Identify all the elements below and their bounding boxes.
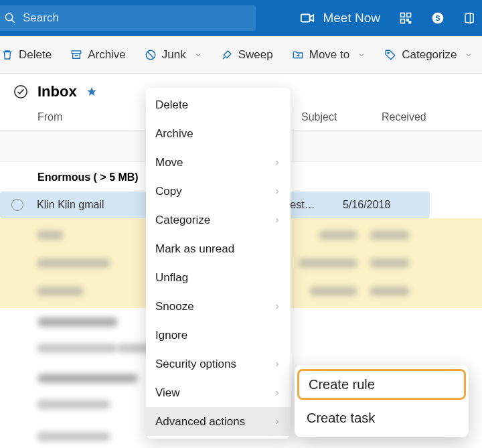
blurred-text xyxy=(37,258,110,268)
junk-label: Junk xyxy=(162,48,186,62)
sweep-label: Sweep xyxy=(238,48,273,62)
svg-line-12 xyxy=(147,52,153,58)
chevron-right-icon xyxy=(273,418,281,426)
svg-rect-10 xyxy=(72,51,81,54)
meet-now-button[interactable]: Meet Now xyxy=(300,11,380,25)
ctx-ignore-label: Ignore xyxy=(155,329,187,342)
select-all-icon[interactable] xyxy=(13,84,28,99)
ctx-advanced-actions[interactable]: Advanced actions xyxy=(146,407,291,436)
ctx-view-label: View xyxy=(155,386,180,400)
sweep-icon xyxy=(221,49,233,61)
svg-point-0 xyxy=(5,13,13,21)
ctx-copy[interactable]: Copy xyxy=(146,177,291,206)
ctx-move-label: Move xyxy=(155,156,183,169)
ctx-move[interactable]: Move xyxy=(146,148,291,177)
context-menu: Delete Archive Move Copy Categorize Mark… xyxy=(146,88,291,439)
trash-icon xyxy=(1,49,13,61)
folder-name: Inbox xyxy=(37,83,77,100)
blurred-text xyxy=(37,400,110,409)
ctx-mark-unread[interactable]: Mark as unread xyxy=(146,234,291,263)
delete-label: Delete xyxy=(19,48,52,62)
video-icon xyxy=(300,11,315,25)
submenu-create-task-label: Create task xyxy=(307,410,375,426)
svg-rect-6 xyxy=(407,19,409,21)
ctx-delete[interactable]: Delete xyxy=(146,90,291,119)
blurred-text xyxy=(309,287,357,296)
svg-point-13 xyxy=(388,52,389,53)
chevron-right-icon xyxy=(273,389,281,397)
submenu-create-task[interactable]: Create task xyxy=(295,401,469,435)
column-subject[interactable]: Subject xyxy=(301,111,382,123)
blurred-text xyxy=(37,432,110,441)
blurred-text xyxy=(37,344,117,353)
chevron-right-icon xyxy=(273,188,281,196)
title-right-actions: Meet Now S xyxy=(300,11,482,25)
ctx-archive[interactable]: Archive xyxy=(146,119,291,148)
submenu-advanced-actions: Create rule Create task xyxy=(295,365,469,437)
archive-button[interactable]: Archive xyxy=(70,48,126,62)
junk-icon xyxy=(145,49,157,61)
chevron-right-icon xyxy=(273,303,281,311)
ctx-categorize-label: Categorize xyxy=(155,214,210,227)
ctx-archive-label: Archive xyxy=(155,127,193,141)
ctx-categorize[interactable]: Categorize xyxy=(146,206,291,234)
chevron-down-icon xyxy=(465,51,473,59)
svg-line-1 xyxy=(11,19,15,23)
ctx-ignore[interactable]: Ignore xyxy=(146,321,291,350)
chevron-right-icon xyxy=(273,159,281,167)
ctx-delete-label: Delete xyxy=(155,98,188,112)
categorize-label: Categorize xyxy=(402,48,457,62)
tag-icon xyxy=(384,49,396,61)
blurred-text xyxy=(370,258,410,268)
blurred-text xyxy=(370,230,410,240)
svg-rect-7 xyxy=(409,21,411,23)
ctx-snooze-label: Snooze xyxy=(155,300,194,313)
categorize-button[interactable]: Categorize xyxy=(384,48,473,62)
sweep-button[interactable]: Sweep xyxy=(221,48,273,62)
ctx-view[interactable]: View xyxy=(146,378,291,407)
blurred-text xyxy=(37,287,84,296)
group-header-blurred[interactable] xyxy=(37,317,118,327)
blurred-text xyxy=(37,230,64,240)
svg-rect-5 xyxy=(401,19,405,23)
ctx-security-label: Security options xyxy=(155,358,236,371)
search-icon xyxy=(4,12,16,24)
chevron-right-icon xyxy=(273,360,281,368)
skype-icon[interactable]: S xyxy=(431,11,445,25)
column-received[interactable]: Received xyxy=(382,111,469,123)
chevron-down-icon xyxy=(194,51,202,59)
blurred-text xyxy=(319,230,357,240)
ctx-advanced-label: Advanced actions xyxy=(155,415,245,429)
submenu-create-rule[interactable]: Create rule xyxy=(297,369,466,400)
ctx-mark-unread-label: Mark as unread xyxy=(155,242,234,256)
archive-label: Archive xyxy=(88,48,126,62)
archive-icon xyxy=(70,49,82,61)
row-select-circle[interactable] xyxy=(11,199,23,211)
chevron-down-icon xyxy=(357,51,366,59)
meet-now-label: Meet Now xyxy=(323,11,380,25)
app-titlebar: Meet Now S xyxy=(0,0,482,36)
folder-move-icon xyxy=(292,49,304,61)
move-to-button[interactable]: Move to xyxy=(292,48,366,62)
delete-button[interactable]: Delete xyxy=(1,48,52,62)
chevron-right-icon xyxy=(273,216,281,224)
ctx-unflag-label: Unflag xyxy=(155,271,188,285)
message-toolbar: Delete Archive Junk Sweep Move to xyxy=(0,36,482,74)
favorite-star-icon[interactable] xyxy=(86,86,97,97)
svg-rect-2 xyxy=(301,15,310,22)
group-header-blurred[interactable] xyxy=(37,374,138,383)
ctx-unflag[interactable]: Unflag xyxy=(146,263,291,292)
blurred-text xyxy=(299,258,357,268)
search-field[interactable] xyxy=(0,5,256,31)
qr-icon[interactable] xyxy=(399,11,412,25)
office-icon[interactable] xyxy=(463,11,475,25)
row-received: 5/16/2018 xyxy=(343,199,430,211)
junk-button[interactable]: Junk xyxy=(145,48,202,62)
ctx-snooze[interactable]: Snooze xyxy=(146,292,291,321)
ctx-security-options[interactable]: Security options xyxy=(146,350,291,378)
svg-rect-4 xyxy=(407,13,411,17)
move-to-label: Move to xyxy=(309,48,349,62)
svg-text:S: S xyxy=(435,13,440,22)
ctx-copy-label: Copy xyxy=(155,185,182,198)
search-input[interactable] xyxy=(23,11,249,25)
